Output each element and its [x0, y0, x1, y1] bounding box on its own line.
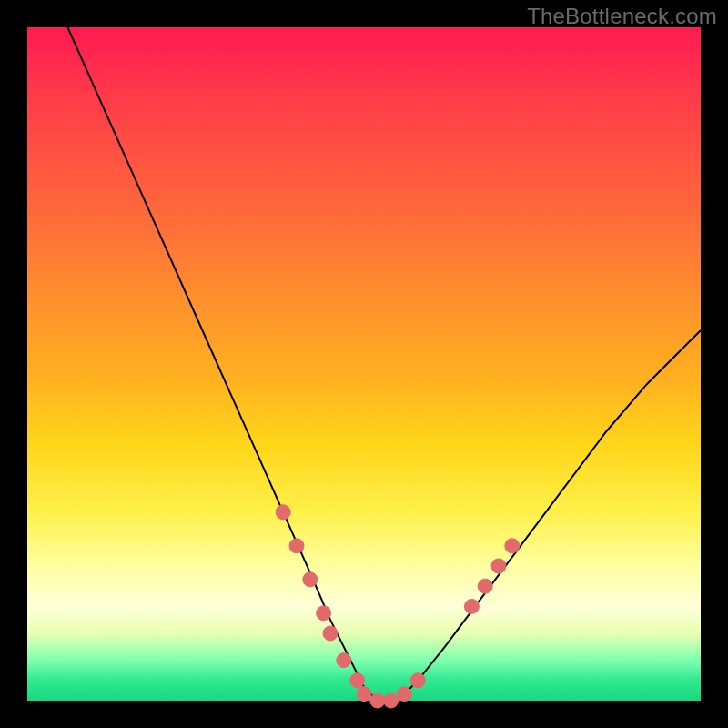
curve-marker [303, 572, 318, 587]
curve-markers [276, 505, 520, 708]
curve-marker [505, 539, 520, 553]
curve-marker [276, 505, 290, 520]
curve-marker [289, 539, 304, 553]
curve-marker [357, 687, 371, 702]
curve-marker [317, 606, 331, 621]
curve-marker [337, 653, 351, 668]
chart-frame: TheBottleneck.com [0, 0, 728, 728]
curve-marker [350, 673, 365, 688]
curve-marker [370, 693, 385, 708]
curve-marker [384, 693, 399, 708]
curve-marker [491, 559, 506, 573]
curve-marker [410, 673, 425, 688]
bottleneck-curve [67, 27, 701, 701]
plot-area [27, 27, 701, 701]
watermark-text: TheBottleneck.com [527, 4, 717, 29]
chart-svg [27, 27, 701, 701]
curve-marker [323, 626, 338, 641]
curve-marker [464, 599, 479, 613]
curve-marker [397, 687, 411, 702]
curve-marker [478, 579, 492, 593]
